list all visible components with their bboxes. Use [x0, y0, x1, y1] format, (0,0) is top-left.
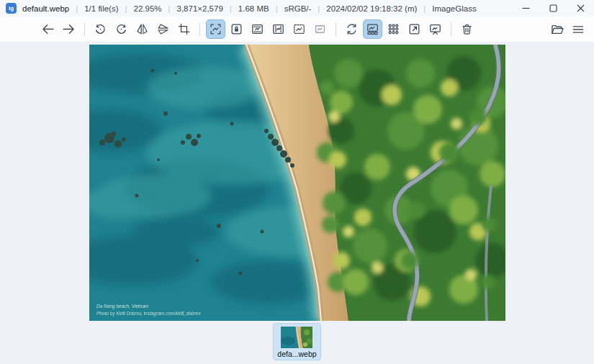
actual-size-button[interactable] [405, 19, 424, 39]
checkerboard-icon [387, 22, 400, 36]
titlebar-separator: | [318, 4, 320, 13]
open-folder-icon [550, 22, 564, 37]
minimize-icon [522, 4, 530, 12]
image-dimensions-label: 3,871×2,579 [177, 4, 223, 13]
slideshow-icon [428, 22, 442, 36]
titlebar-separator: | [276, 4, 278, 13]
minimize-button[interactable] [512, 0, 539, 17]
thumbnail-image [281, 327, 312, 348]
rotate-left-button[interactable] [91, 19, 110, 39]
scale-to-height-icon [271, 22, 285, 36]
thumbnail-item-selected[interactable]: defa...webp [273, 323, 320, 360]
scale-to-fill-button[interactable] [310, 19, 330, 39]
arrow-right-icon [61, 22, 76, 37]
gallery-button[interactable] [363, 19, 382, 39]
refresh-button[interactable] [342, 19, 361, 39]
lock-zoom-icon [230, 22, 243, 36]
toolbar-separator [336, 22, 336, 36]
file-count-label: 1/1 file(s) [84, 4, 118, 13]
photo-caption-line2: Photo by Kirill Dobrov, instagram.com/ki… [96, 311, 201, 317]
titlebar-separator: | [125, 4, 127, 13]
checkerboard-button[interactable] [384, 19, 403, 39]
filename-label: default.webp [22, 4, 69, 13]
actual-size-icon [408, 22, 421, 36]
close-icon [577, 4, 585, 12]
flip-vertical-icon [156, 22, 170, 36]
app-logo-icon: ig [6, 3, 17, 14]
crop-icon [177, 22, 191, 36]
color-profile-label: sRGB/- [284, 4, 312, 13]
viewer-area: Da Nang beach, Vietnam Photo by Kirill D… [0, 42, 594, 364]
previous-image-button[interactable] [38, 19, 58, 39]
next-image-button[interactable] [59, 19, 78, 39]
photo-canvas[interactable]: Da Nang beach, Vietnam Photo by Kirill D… [89, 45, 505, 321]
scale-to-width-button[interactable] [248, 19, 267, 39]
main-menu-button[interactable] [568, 19, 588, 39]
toolbar-separator [451, 22, 451, 36]
thumbnail-label: defa...webp [277, 350, 316, 358]
auto-zoom-icon [209, 22, 222, 36]
window-controls [512, 0, 594, 17]
modified-date-label: 2024/02/02 19:18:32 (m) [326, 4, 417, 13]
app-name-label: ImageGlass [432, 4, 476, 13]
hamburger-menu-icon [571, 22, 585, 37]
rotate-left-icon [94, 22, 107, 36]
flip-horizontal-button[interactable] [132, 19, 152, 39]
thumbnail-bar: defa...webp [0, 323, 594, 360]
toolbar-separator [199, 22, 200, 36]
lock-zoom-button[interactable] [227, 19, 246, 39]
crop-button[interactable] [174, 19, 194, 39]
imageglass-window: ig default.webp | 1/1 file(s) | 22.95% |… [0, 0, 594, 364]
slideshow-button[interactable] [426, 19, 445, 39]
rotate-right-button[interactable] [112, 19, 131, 39]
scale-to-width-icon [251, 22, 264, 36]
toolbar-separator [84, 22, 85, 36]
titlebar-separator: | [76, 4, 78, 13]
toolbar [0, 17, 594, 42]
titlebar: ig default.webp | 1/1 file(s) | 22.95% |… [0, 0, 594, 17]
titlebar-separator: | [168, 4, 171, 13]
scale-to-fit-button[interactable] [289, 19, 309, 39]
scale-to-fill-icon [313, 22, 327, 36]
gallery-icon [366, 22, 379, 36]
photo-caption-line1: Da Nang beach, Vietnam [96, 304, 149, 309]
titlebar-separator: | [230, 4, 232, 13]
trash-icon [460, 22, 474, 36]
titlebar-separator: | [423, 4, 426, 13]
delete-button[interactable] [457, 19, 477, 39]
rotate-right-icon [114, 22, 128, 36]
arrow-left-icon [40, 22, 55, 37]
scale-to-fit-icon [292, 22, 306, 36]
flip-vertical-button[interactable] [153, 19, 173, 39]
auto-zoom-button[interactable] [206, 19, 225, 39]
open-file-button[interactable] [547, 19, 567, 39]
beach-aerial-photo: Da Nang beach, Vietnam Photo by Kirill D… [89, 45, 505, 321]
scale-to-height-button[interactable] [269, 19, 288, 39]
file-size-label: 1.68 MB [238, 4, 269, 13]
close-button[interactable] [567, 0, 594, 17]
refresh-icon [345, 22, 359, 36]
maximize-icon [549, 4, 557, 12]
maximize-button[interactable] [539, 0, 567, 17]
toolbar-right-group [546, 19, 588, 39]
zoom-level-label: 22.95% [134, 4, 162, 13]
flip-horizontal-icon [135, 22, 149, 36]
